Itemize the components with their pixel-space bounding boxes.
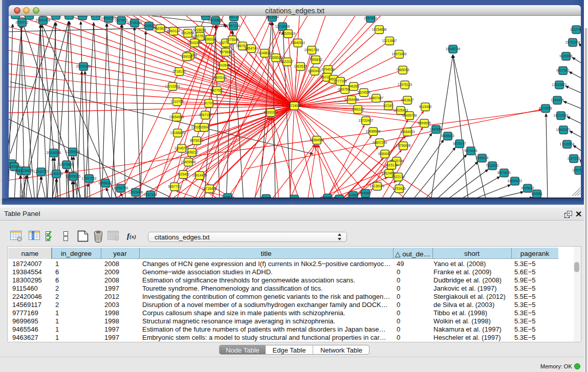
- svg-text:15751074: 15751074: [565, 40, 580, 44]
- svg-text:10653267: 10653267: [101, 16, 116, 20]
- svg-text:3267110: 3267110: [199, 113, 212, 117]
- svg-text:19654983: 19654983: [169, 115, 184, 119]
- svg-text:735722: 735722: [228, 16, 239, 18]
- svg-text:19166825: 19166825: [170, 131, 185, 135]
- svg-text:18807249: 18807249: [373, 141, 387, 144]
- svg-text:10975867: 10975867: [59, 163, 74, 166]
- svg-text:9463627: 9463627: [401, 98, 414, 102]
- svg-text:19384554: 19384554: [310, 138, 324, 142]
- svg-text:10961758: 10961758: [304, 48, 319, 52]
- svg-text:5226058: 5226058: [193, 28, 206, 32]
- svg-text:20053346: 20053346: [76, 64, 91, 68]
- svg-text:18724007: 18724007: [287, 104, 302, 107]
- svg-text:8912954: 8912954: [181, 31, 194, 35]
- svg-text:8454749: 8454749: [245, 47, 258, 50]
- svg-text:9084067: 9084067: [378, 152, 391, 156]
- svg-text:3624554: 3624554: [357, 91, 371, 94]
- svg-text:16782759: 16782759: [114, 186, 128, 190]
- svg-text:8215958: 8215958: [539, 106, 552, 110]
- svg-text:17957253: 17957253: [82, 177, 97, 180]
- svg-text:10688609: 10688609: [366, 129, 381, 133]
- svg-text:12942737: 12942737: [34, 170, 49, 173]
- svg-text:8938923: 8938923: [441, 134, 454, 138]
- svg-text:1010755: 1010755: [170, 100, 184, 103]
- svg-text:624561: 624561: [347, 193, 359, 197]
- svg-text:9242848: 9242848: [217, 63, 230, 67]
- svg-text:10046766: 10046766: [175, 146, 189, 150]
- svg-text:12359924: 12359924: [66, 150, 80, 154]
- svg-text:19756928: 19756928: [396, 144, 411, 147]
- svg-text:6794028: 6794028: [321, 68, 335, 71]
- svg-text:10973493: 10973493: [392, 52, 407, 56]
- svg-text:13325419: 13325419: [281, 32, 296, 35]
- svg-text:6899695: 6899695: [418, 121, 431, 125]
- svg-text:1267533: 1267533: [572, 168, 581, 172]
- svg-text:924561: 924561: [531, 192, 542, 195]
- svg-text:20206536: 20206536: [47, 151, 61, 155]
- svg-text:9146821: 9146821: [258, 51, 271, 55]
- svg-text:203557: 203557: [24, 16, 35, 17]
- svg-text:12505135: 12505135: [66, 174, 81, 178]
- svg-text:1292344: 1292344: [144, 193, 157, 196]
- svg-text:12156829: 12156829: [19, 169, 34, 172]
- svg-text:746266: 746266: [348, 84, 359, 88]
- svg-text:2522174: 2522174: [391, 175, 405, 179]
- svg-text:53594: 53594: [200, 125, 209, 129]
- svg-text:3875685: 3875685: [219, 50, 232, 54]
- svg-text:9129966: 9129966: [559, 54, 573, 58]
- svg-text:1112749: 1112749: [570, 28, 581, 31]
- svg-text:1167533: 1167533: [568, 157, 580, 160]
- svg-text:107191: 107191: [90, 16, 101, 17]
- svg-text:10543382: 10543382: [187, 41, 202, 45]
- svg-text:9777169: 9777169: [334, 79, 347, 83]
- svg-text:15720407: 15720407: [359, 119, 374, 122]
- svg-text:10807487: 10807487: [369, 96, 384, 100]
- svg-text:8960124: 8960124: [167, 29, 180, 33]
- svg-text:1558520: 1558520: [269, 56, 282, 59]
- svg-text:9857791: 9857791: [168, 185, 181, 188]
- svg-text:12093822: 12093822: [552, 83, 567, 86]
- svg-text:152760: 152760: [63, 16, 75, 17]
- svg-text:8990443: 8990443: [308, 69, 321, 73]
- svg-text:12213383: 12213383: [165, 84, 180, 88]
- svg-text:7625402: 7625402: [177, 172, 190, 176]
- svg-text:8878312: 8878312: [190, 139, 203, 142]
- svg-text:62160: 62160: [384, 104, 393, 107]
- svg-text:10654923: 10654923: [400, 130, 415, 134]
- svg-text:15716485: 15716485: [202, 187, 217, 190]
- svg-text:2718176: 2718176: [172, 70, 186, 73]
- svg-text:7632621: 7632621: [486, 164, 499, 167]
- svg-text:7986322: 7986322: [351, 107, 364, 111]
- svg-text:1753426: 1753426: [393, 187, 406, 190]
- svg-text:140557: 140557: [10, 16, 21, 16]
- svg-text:16648784: 16648784: [446, 47, 461, 51]
- svg-text:1145193: 1145193: [50, 172, 63, 176]
- svg-text:1244415: 1244415: [551, 98, 564, 102]
- svg-text:9474444: 9474444: [464, 149, 477, 152]
- svg-text:7663822: 7663822: [154, 27, 167, 30]
- svg-text:524561: 524561: [360, 191, 371, 195]
- svg-text:16033809: 16033809: [208, 18, 223, 22]
- svg-text:2803144: 2803144: [213, 76, 227, 79]
- svg-text:16210643: 16210643: [554, 114, 569, 117]
- svg-text:(x): (x): [129, 233, 136, 240]
- svg-text:9227342: 9227342: [556, 69, 570, 72]
- svg-text:646616: 646616: [77, 16, 88, 17]
- svg-text:1362615: 1362615: [294, 64, 307, 68]
- svg-text:2055712: 2055712: [15, 20, 29, 24]
- svg-text:12923446: 12923446: [128, 190, 143, 194]
- svg-text:16154838: 16154838: [372, 28, 387, 31]
- svg-text:939036: 939036: [181, 55, 192, 58]
- svg-text:10654122: 10654122: [508, 179, 522, 183]
- svg-text:1640954: 1640954: [429, 127, 443, 131]
- svg-text:17016504: 17016504: [560, 142, 575, 146]
- svg-text:1615132: 1615132: [385, 163, 398, 167]
- svg-text:8471676: 8471676: [497, 171, 511, 174]
- svg-text:18495758: 18495758: [402, 114, 417, 117]
- svg-text:12975115: 12975115: [398, 83, 412, 86]
- svg-text:1275546: 1275546: [226, 38, 239, 41]
- svg-text:1527602: 1527602: [115, 18, 128, 22]
- svg-text:8813054: 8813054: [266, 16, 279, 19]
- svg-text:7485063: 7485063: [396, 68, 409, 72]
- svg-text:7955812: 7955812: [309, 58, 322, 61]
